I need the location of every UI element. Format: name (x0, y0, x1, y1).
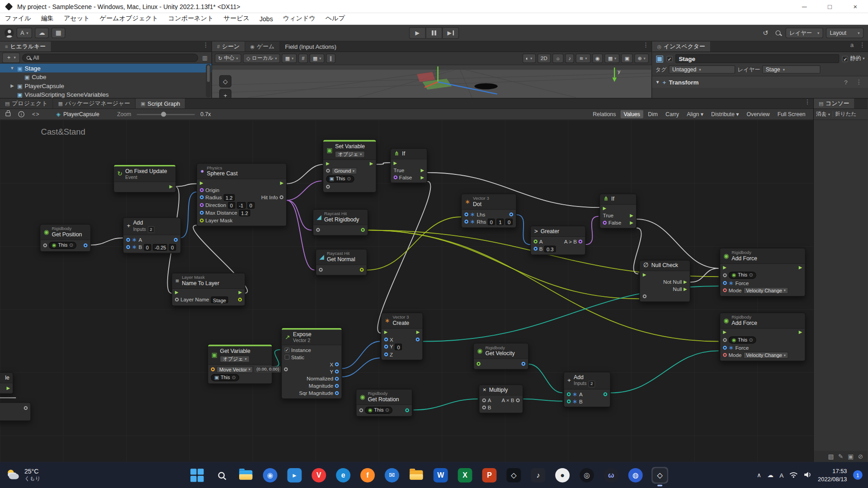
flow-arrow[interactable]: ▶ (723, 329, 726, 334)
port[interactable] (464, 220, 468, 224)
port[interactable] (643, 294, 647, 298)
port[interactable] (361, 228, 365, 232)
node-add-1[interactable]: +AddInputs2∗A∗B0-0.250 (123, 217, 181, 253)
inspector-lock-icon[interactable]: a (848, 42, 857, 52)
flow-arrow[interactable]: ▶ (384, 329, 388, 334)
move-tool-button[interactable]: + (219, 89, 231, 98)
tab-console[interactable]: ▤コンソー (814, 99, 855, 108)
port[interactable] (476, 361, 481, 366)
port[interactable] (482, 405, 486, 409)
taskbar-unity-hub[interactable]: ◇ (652, 467, 667, 483)
node-vector3-create[interactable]: ∗Vector 3Create▶▶XY0Z (381, 313, 423, 360)
graph-control-relations[interactable]: Relations (590, 110, 619, 118)
step-button[interactable]: ▶ (442, 27, 459, 39)
wifi-icon[interactable] (790, 471, 798, 479)
object-field[interactable]: ▣This⊙ (211, 374, 240, 381)
port[interactable] (326, 185, 330, 189)
notification-badge[interactable]: 1 (853, 470, 863, 480)
port[interactable] (335, 377, 339, 381)
checkbox[interactable] (284, 355, 289, 360)
port[interactable] (200, 211, 204, 215)
search-filter-icon[interactable]: ▥ (200, 55, 209, 61)
hierarchy-item-1[interactable]: ▣Cube (0, 72, 212, 81)
hierarchy-menu-icon[interactable]: ⋮ (200, 42, 212, 52)
taskbar-unity-editor[interactable]: ◇ (506, 467, 521, 483)
collab-grid-button[interactable]: ▦ (52, 28, 65, 38)
node-add-force-1[interactable]: ◉RigidbodyAdd Force▶▶◉This⊙∗ForceModeVel… (720, 248, 806, 296)
info-icon[interactable]: i (18, 111, 24, 117)
flow-arrow[interactable]: ▶ (370, 161, 373, 166)
graph-tab-menu-icon[interactable]: ⋮ (802, 99, 813, 108)
value-field[interactable]: Stage (211, 296, 228, 303)
volume-icon[interactable] (804, 471, 811, 479)
port[interactable] (516, 398, 520, 402)
taskbar-thunderbird[interactable]: ✉ (384, 467, 400, 483)
hierarchy-item-0[interactable]: ▼▣Stage (0, 64, 212, 73)
flow-arrow[interactable]: ▶ (420, 174, 424, 179)
node-add-force-2[interactable]: ◉RigidbodyAdd Force▶▶◉This⊙∗ForceModeVel… (720, 313, 806, 361)
value-field[interactable]: 0 (169, 244, 176, 250)
scene-viewport[interactable]: y ◇ + (212, 65, 651, 98)
code-icon[interactable]: <> (32, 111, 40, 117)
port[interactable] (326, 169, 330, 173)
flow-arrow[interactable]: ▶ (170, 184, 173, 189)
static-toggle[interactable]: ✓静的▾ (842, 55, 865, 62)
menu-item-3[interactable]: ゲームオブジェクト (95, 13, 163, 24)
node-get-rotation[interactable]: ◉RigidbodyGet Rotation◉This⊙ (356, 389, 412, 417)
ime-mode[interactable]: A (779, 472, 783, 479)
node-sphere-cast[interactable]: ●PhysicsSphere Cast▶▶OriginRadius1.2Hit … (197, 163, 287, 226)
port[interactable] (43, 243, 47, 247)
graph-control-dim[interactable]: Dim (645, 110, 661, 118)
taskbar-search[interactable] (214, 467, 229, 483)
menu-item-6[interactable]: Jobs (255, 13, 278, 24)
port[interactable] (335, 370, 339, 374)
scene-tool-r5[interactable]: ◉ (592, 54, 603, 63)
tray-chevron-icon[interactable]: ∧ (757, 471, 761, 479)
port[interactable] (316, 228, 320, 232)
flow-arrow[interactable]: ▶ (200, 180, 203, 185)
scene-tool-r8[interactable]: ⊕▾ (634, 54, 649, 63)
port[interactable] (200, 188, 204, 192)
node-vector3-dot[interactable]: ∗Vector 3Dot∗Lhs∗Rhs010 (461, 194, 516, 228)
port[interactable] (359, 408, 363, 412)
node-get-velocity[interactable]: ◉RigidbodyGet Velocity (473, 343, 528, 369)
scene-tool-r6[interactable]: ▦▾ (605, 54, 620, 63)
scene-tool-l0[interactable]: ↻中心▾ (215, 54, 241, 63)
layout-dropdown[interactable]: Layout▾ (826, 28, 863, 38)
hierarchy-search-input[interactable]: All (22, 53, 198, 61)
port[interactable] (416, 338, 420, 342)
port[interactable] (174, 238, 178, 242)
scene-tab-1[interactable]: ◉ゲーム (245, 42, 280, 52)
flow-arrow[interactable]: ▶ (239, 290, 242, 295)
flow-arrow[interactable]: ▶ (630, 220, 633, 225)
port[interactable] (579, 239, 583, 244)
graph-control-distribute[interactable]: Distribute ▾ (708, 110, 742, 118)
zoom-slider[interactable] (137, 114, 195, 115)
component-menu-icon[interactable]: ⋮ (853, 79, 865, 86)
port[interactable] (200, 203, 204, 207)
port[interactable] (335, 391, 339, 395)
graph-control-full-screen[interactable]: Full Screen (774, 110, 809, 118)
port[interactable] (723, 346, 727, 350)
console-clear-button[interactable]: 消去▾ (816, 111, 830, 118)
scene-tool-r2[interactable]: ☼ (552, 54, 564, 63)
console-collapse-button[interactable]: 折りたた (835, 111, 856, 118)
menu-item-8[interactable]: ヘルプ (321, 13, 350, 24)
row-dropdown[interactable]: Ground▾ (331, 168, 357, 174)
node-get-position[interactable]: ◉RigidbodyGet Position◉This⊙ (40, 224, 91, 252)
node-get-rigidbody[interactable]: ◢Raycast HitGet Rigidbody (313, 209, 368, 235)
port[interactable] (279, 195, 283, 199)
flow-arrow[interactable]: ▶ (799, 329, 802, 334)
account-dropdown[interactable]: A▾ (17, 28, 33, 38)
layer-dropdown[interactable]: Stage▾ (762, 65, 821, 73)
port[interactable] (464, 212, 468, 216)
gameobject-name-field[interactable]: Stage (675, 54, 840, 63)
flow-arrow[interactable]: ▶ (280, 180, 283, 185)
value-field[interactable]: 0 (505, 218, 513, 225)
port[interactable] (211, 367, 215, 371)
port[interactable] (723, 353, 727, 357)
port[interactable] (238, 298, 242, 302)
node-set-variable[interactable]: ▣Set Variableオブジェ▾▶▶Ground▾▣This⊙ (323, 140, 377, 192)
value-field[interactable]: 1 (497, 218, 504, 225)
flow-arrow[interactable]: ▶ (175, 290, 179, 295)
